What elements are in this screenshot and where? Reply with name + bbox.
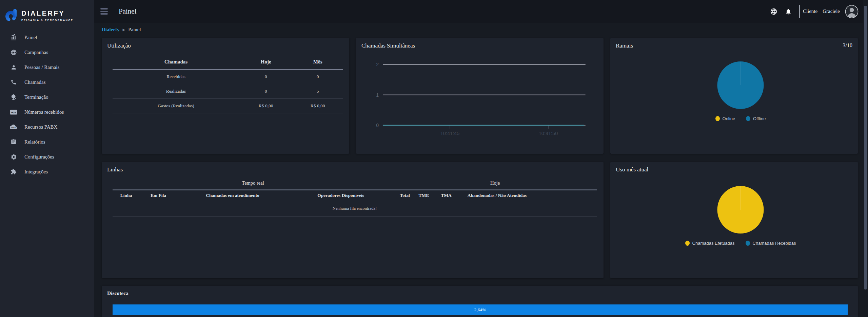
- sidebar-item-relatorios[interactable]: Relatórios: [0, 134, 94, 149]
- phone-icon: [10, 79, 17, 85]
- sidebar-item-terminacao[interactable]: Terminação: [0, 90, 94, 105]
- card-ramais: Ramais 3/10 Online Offline: [610, 38, 858, 154]
- column-header: Operadores Disponíveis: [288, 190, 393, 201]
- card-utilizacao: Utilização Chamadas Hoje Mês Recebidas 0…: [102, 38, 349, 154]
- svg-text:0: 0: [376, 123, 379, 128]
- legend-label: Chamadas Efetuadas: [692, 241, 735, 246]
- column-header: Abandonadas / Não Atendidas: [461, 190, 533, 201]
- scrollbar-thumb[interactable]: [864, 6, 867, 290]
- avatar[interactable]: [845, 5, 859, 18]
- card-ramais-title: Ramais: [616, 42, 633, 49]
- column-header: TME: [416, 190, 431, 201]
- table-row: Realizadas 0 5: [113, 84, 343, 99]
- breadcrumb: Dialerfy ▶ Painel: [102, 27, 141, 33]
- gear-icon: [10, 154, 17, 160]
- brand-tagline: EFICÁCIA & PERFORMANCE: [21, 19, 73, 22]
- cloud-pabx-text: PABX: [11, 127, 16, 129]
- column-header: Chamadas em atendimento: [177, 190, 288, 201]
- linhas-table: Tempo real Hoje Linha Em Fila Chamadas e…: [113, 176, 597, 217]
- sidebar-item-label: Painel: [24, 35, 37, 40]
- ramais-legend: Online Offline: [715, 116, 766, 121]
- svg-text:10:41:50: 10:41:50: [539, 131, 558, 136]
- breadcrumb-current: Painel: [128, 27, 141, 33]
- user-type-label: Cliente: [803, 8, 817, 14]
- page-title: Painel: [119, 7, 137, 16]
- column-header: Chamadas: [113, 56, 239, 69]
- sidebar-item-label: Recursos PABX: [24, 124, 57, 130]
- brand-text: DIALERFY EFICÁCIA & PERFORMANCE: [21, 10, 73, 22]
- empty-message: Nenhuma fila encontrada!: [113, 201, 597, 217]
- column-header-spacer: [533, 190, 597, 201]
- legend-item-recebidas[interactable]: Chamadas Recebidas: [746, 241, 796, 246]
- legend-dot: [746, 241, 750, 246]
- user-name-label: Graciele: [823, 8, 840, 14]
- sidebar-item-configuracoes[interactable]: Configurações: [0, 149, 94, 164]
- card-discoteca: Discoteca 2,64%: [102, 286, 858, 317]
- topbar: Painel Cliente Graciele: [94, 0, 868, 23]
- sidebar: DIALERFY EFICÁCIA & PERFORMANCE Painel C…: [0, 0, 94, 317]
- ramais-pie-wrap: Online Offline: [617, 61, 864, 121]
- cell-value: 0: [292, 69, 343, 84]
- row-label: Gastos (Realizadas): [113, 99, 239, 113]
- sidebar-item-label: Configurações: [24, 154, 54, 160]
- column-header: Hoje: [239, 56, 292, 69]
- discoteca-progress-track: 2,64%: [113, 304, 848, 315]
- hamburger-menu-button[interactable]: [99, 7, 109, 16]
- row-label: Recebidas: [113, 69, 239, 84]
- breadcrumb-separator-icon: ▶: [122, 28, 125, 32]
- column-header: Total: [393, 190, 416, 201]
- sidebar-item-label: Chamadas: [24, 79, 45, 85]
- ramais-counter: 3/10: [843, 42, 852, 49]
- bell-icon[interactable]: [785, 8, 792, 15]
- row-label: Realizadas: [113, 84, 239, 99]
- globe-icon[interactable]: [770, 8, 777, 15]
- simultaneas-line-chart: 21010:41:4510:41:50: [356, 38, 604, 154]
- uso-pie-chart: [713, 186, 768, 234]
- sidebar-item-label: Relatórios: [24, 139, 45, 145]
- ramais-pie-chart: [713, 61, 768, 109]
- svg-text:2: 2: [376, 62, 379, 67]
- puzzle-icon: [10, 169, 17, 175]
- brand-logo[interactable]: DIALERFY EFICÁCIA & PERFORMANCE: [0, 0, 94, 24]
- sidebar-item-integracoes[interactable]: Integrações: [0, 164, 94, 179]
- sidebar-item-pessoas-ramais[interactable]: Pessoas / Ramais: [0, 60, 94, 75]
- legend-item-offline[interactable]: Offline: [746, 116, 766, 121]
- card-chamadas-simultaneas: Chamadas Simultâneas 21010:41:4510:41:50: [356, 38, 604, 154]
- card-linhas-title: Linhas: [107, 166, 123, 173]
- sidebar-item-recursos-pabx[interactable]: PABX Recursos PABX: [0, 119, 94, 134]
- legend-item-online[interactable]: Online: [715, 116, 735, 121]
- cloud-pabx-icon: PABX: [10, 124, 17, 130]
- svg-text:1: 1: [376, 92, 379, 98]
- card-uso-title: Uso mês atual: [616, 166, 648, 173]
- sidebar-item-label: Terminação: [24, 94, 48, 100]
- sidebar-item-chamadas[interactable]: Chamadas: [0, 75, 94, 90]
- group-header-tempo-real: Tempo real: [113, 176, 393, 190]
- clipboard-icon: [10, 139, 17, 145]
- breadcrumb-home-link[interactable]: Dialerfy: [102, 27, 119, 33]
- card-uso-mes-atual: Uso mês atual Chamadas Efetuadas Chamada…: [610, 162, 858, 278]
- sidebar-item-campanhas[interactable]: Campanhas: [0, 45, 94, 60]
- sidebar-item-numeros-recebidos[interactable]: +55 Números recebidos: [0, 105, 94, 119]
- sidebar-item-label: Números recebidos: [24, 109, 64, 115]
- sidebar-item-label: Integrações: [24, 169, 48, 175]
- utilizacao-table: Chamadas Hoje Mês Recebidas 0 0 Realizad…: [113, 56, 343, 113]
- discoteca-progress-bar: 2,64%: [113, 304, 848, 315]
- globe-grid-icon: [10, 49, 17, 56]
- column-header: Em Fila: [140, 190, 177, 201]
- sidebar-item-label: Campanhas: [24, 50, 48, 55]
- cell-value: 0: [239, 69, 292, 84]
- person-icon: [10, 64, 17, 71]
- sidebar-nav: Painel Campanhas Pessoas / Ramais Chamad…: [0, 30, 94, 179]
- card-discoteca-title: Discoteca: [107, 290, 129, 296]
- card-linhas: Linhas Tempo real Hoje Linha Em Fila Cha…: [102, 162, 604, 278]
- brand-name: DIALERFY: [21, 10, 73, 17]
- legend-dot: [715, 116, 720, 121]
- legend-item-efetuadas[interactable]: Chamadas Efetuadas: [685, 241, 735, 246]
- uso-legend: Chamadas Efetuadas Chamadas Recebidas: [685, 241, 796, 246]
- cell-value: 5: [292, 84, 343, 99]
- uso-pie-wrap: Chamadas Efetuadas Chamadas Recebidas: [617, 186, 864, 246]
- plus55-badge-icon: +55: [10, 110, 17, 115]
- table-row: Recebidas 0 0: [113, 69, 343, 84]
- table-row: Gastos (Realizadas) R$ 0,00 R$ 0,00: [113, 99, 343, 113]
- sidebar-item-painel[interactable]: Painel: [0, 30, 94, 45]
